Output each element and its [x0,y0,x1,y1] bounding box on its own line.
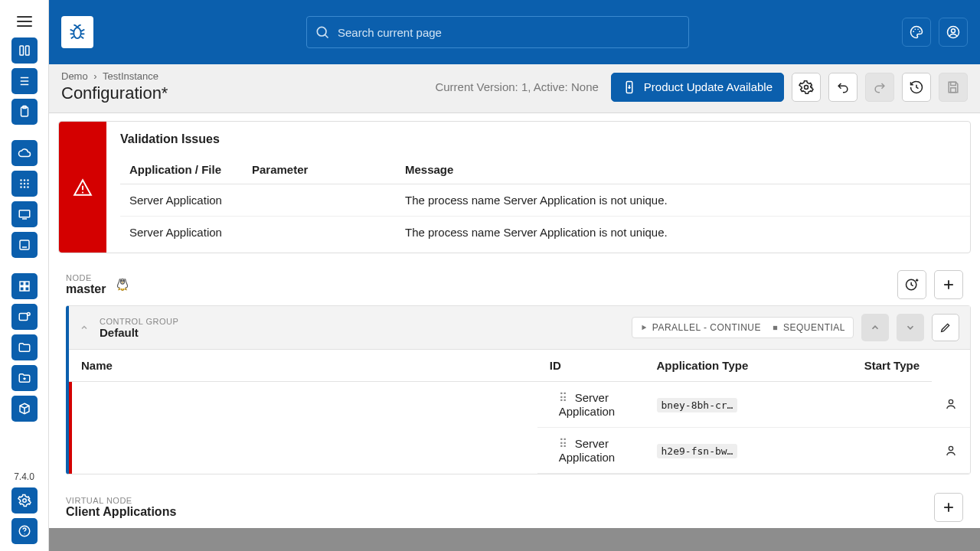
pencil-icon [939,321,952,334]
main: Demo › TestInstance Configuration* Curre… [49,0,980,528]
instance-settings-button[interactable] [792,73,821,102]
stop-icon [772,324,779,331]
drag-handle-icon[interactable]: ⠿ [559,391,567,404]
svg-point-44 [952,29,956,33]
save-button [939,73,968,102]
group-name: Default [100,326,178,339]
app-logo[interactable] [61,16,93,48]
undo-button[interactable] [828,73,858,102]
svg-rect-23 [24,287,28,291]
add-process-button[interactable] [934,270,963,299]
device-update-icon [622,80,636,94]
menu-icon[interactable] [15,12,34,31]
drag-handle-icon[interactable]: ⠿ [559,437,567,450]
control-group-header: CONTROL GROUP Default PARALLEL - CONTINU… [69,306,970,350]
validation-row[interactable]: Server Application The process name Serv… [120,184,970,217]
edit-group-button[interactable] [932,314,959,341]
nav-folder-star[interactable] [11,365,38,391]
proc-col-type: Application Type [645,350,819,382]
nav-dashboard[interactable] [11,37,38,64]
nav-storage[interactable] [11,232,38,258]
svg-point-52 [122,280,122,281]
nav-package[interactable] [11,396,38,422]
svg-point-41 [917,28,919,30]
history-button[interactable] [902,73,931,102]
page-header: Demo › TestInstance Configuration* Curre… [49,64,980,113]
validation-cell-msg: The process name Server Application is n… [396,184,970,217]
process-row[interactable]: ⠿Server Application bney-8bh-cr… [69,382,970,428]
gear-icon [799,80,814,95]
nav-desktop[interactable] [11,201,38,227]
process-row[interactable]: ⠿Server Application h2e9-fsn-bw… [69,428,970,474]
validation-severity [59,122,106,253]
nav-clipboard[interactable] [11,99,38,125]
svg-point-53 [123,280,124,281]
search-box[interactable] [306,16,689,48]
process-type [818,428,932,474]
nav-cloud[interactable] [11,140,38,166]
validation-cell-app: Server Application [120,217,243,249]
page-title: Configuration* [61,83,435,103]
warning-icon [73,178,93,197]
mode-parallel-label: PARALLEL - CONTINUE [652,322,761,333]
nav-apps[interactable] [11,171,38,197]
svg-point-12 [27,183,28,184]
node-header: NODE master [58,269,971,305]
clock-plus-icon [904,277,920,292]
left-rail: 7.4.0 [0,0,49,551]
validation-cell-param [243,217,396,249]
svg-point-30 [74,28,80,38]
svg-point-8 [23,179,24,181]
svg-point-14 [23,186,24,187]
account-button[interactable] [939,18,968,47]
redo-icon [872,80,887,95]
nav-folder[interactable] [11,334,38,360]
history-icon [909,80,924,95]
search-input[interactable] [338,26,681,39]
plus-icon [941,277,956,292]
manual-start-icon [944,397,958,411]
svg-rect-47 [951,82,956,85]
group-mode-chip[interactable]: PARALLEL - CONTINUE SEQUENTIAL [632,317,854,338]
version-status: Current Version: 1, Active: None [435,80,598,93]
svg-rect-0 [20,46,24,55]
validation-cell-msg: The process name Server Application is n… [396,217,970,249]
plus-icon [941,500,956,515]
node-overline: NODE [66,273,106,282]
svg-point-25 [27,312,30,315]
update-available-button[interactable]: Product Update Available [611,73,784,102]
nav-help[interactable] [11,518,38,544]
breadcrumb-root[interactable]: Demo [61,70,88,82]
update-available-label: Product Update Available [644,80,773,93]
svg-point-15 [27,186,28,187]
validation-row[interactable]: Server Application The process name Serv… [120,217,970,249]
manual-start-icon [944,444,958,458]
virtual-node-header: VIRTUAL NODE Client Applications [58,488,971,522]
undo-icon [835,80,851,95]
validation-title: Validation Issues [106,132,970,155]
validation-panel: Validation Issues Application / File Par… [58,121,971,253]
nav-grid[interactable] [11,273,38,299]
svg-point-37 [317,27,326,36]
move-group-down-button [897,314,924,341]
chevron-up-icon[interactable] [80,323,89,332]
process-id: h2e9-fsn-bw… [657,444,738,458]
breadcrumb-leaf[interactable]: TestInstance [103,70,158,82]
nav-settings[interactable] [11,487,38,514]
vnode-name: Client Applications [66,505,176,519]
breadcrumb-sep: › [93,70,96,82]
theme-button[interactable] [902,18,931,47]
nav-instances[interactable] [11,68,38,94]
svg-point-7 [20,179,21,181]
breadcrumb[interactable]: Demo › TestInstance [61,70,435,82]
add-client-app-button[interactable] [934,493,963,522]
svg-point-42 [919,31,920,32]
svg-line-36 [81,37,84,38]
quick-add-button[interactable] [897,270,926,299]
move-group-up-button [861,314,889,341]
svg-rect-22 [20,287,24,291]
nav-config[interactable] [11,304,38,330]
svg-point-27 [22,499,26,503]
process-id: bney-8bh-cr… [657,398,738,412]
play-icon [640,324,648,331]
